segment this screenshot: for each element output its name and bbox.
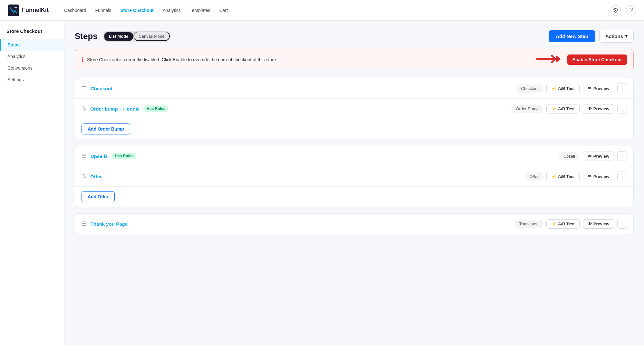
eye-icon-5: 👁 [588, 222, 592, 226]
order-bump-more-button[interactable]: ⋮ [617, 104, 627, 113]
sort-icon-offer: ⇅ [82, 173, 86, 180]
settings-icon[interactable]: ⚙ [610, 5, 621, 15]
actions-button[interactable]: Actions ▾ [599, 30, 634, 43]
has-rules-badge: Has Rules [143, 105, 168, 112]
upsells-row-right: Upsell 👁 Preview ⋮ [559, 151, 627, 161]
upsells-has-rules-badge: Has Rules [111, 153, 137, 159]
offer-preview-button[interactable]: 👁 Preview [583, 172, 614, 181]
checkout-step-card: ☰ Checkout Checkout ⚡ A/B Test 👁 Preview… [75, 78, 634, 139]
ab-icon-2: ⚡ [551, 106, 556, 111]
sidebar-item-conversions[interactable]: Conversions [0, 62, 64, 74]
thankyou-row-right: Thank you ⚡ A/B Test 👁 Preview ⋮ [514, 219, 627, 229]
logo-text: FunnelKit [22, 7, 49, 14]
order-bump-preview-button[interactable]: 👁 Preview [583, 104, 614, 113]
main-content: Steps List Mode Canvas Mode Add New Step… [64, 21, 644, 345]
add-new-step-button[interactable]: Add New Step [549, 30, 595, 42]
page-title: Steps [75, 31, 98, 41]
upsells-link[interactable]: Upsells [91, 153, 108, 159]
thankyou-row-name: ☰ Thank you Page [82, 220, 510, 227]
enable-store-checkout-button[interactable]: Enable Store Checkout [567, 54, 627, 65]
offer-type-badge: Offer [525, 172, 543, 181]
checkout-link[interactable]: Checkout [91, 86, 112, 91]
eye-icon-2: 👁 [588, 106, 592, 111]
thankyou-preview-button[interactable]: 👁 Preview [583, 219, 614, 229]
nav-store-checkout[interactable]: Store Checkout [120, 8, 153, 13]
topnav-right: ⚙ ? [610, 5, 636, 15]
checkout-row-right: Checkout ⚡ A/B Test 👁 Preview ⋮ [516, 84, 627, 93]
steps-header: Steps List Mode Canvas Mode Add New Step… [75, 30, 634, 43]
canvas-mode-button[interactable]: Canvas Mode [133, 32, 169, 41]
alert-icon: ℹ [82, 56, 84, 63]
ab-icon-3: ⚡ [551, 174, 556, 179]
checkout-preview-button[interactable]: 👁 Preview [583, 84, 614, 93]
alert-banner: ℹ Store Checkout is currently disabled. … [75, 49, 634, 70]
offer-row-name: ⇅ Offer [82, 173, 520, 180]
upsells-row-name: ☰ Upsells Has Rules [82, 153, 554, 160]
list-icon-upsells: ☰ [82, 153, 87, 160]
thankyou-row: ☰ Thank you Page Thank you ⚡ A/B Test 👁 … [75, 214, 633, 234]
upsells-type-badge: Upsell [559, 152, 580, 160]
upsells-step-card: ☰ Upsells Has Rules Upsell 👁 Preview ⋮ ⇅ [75, 146, 634, 207]
offer-ab-test-button[interactable]: ⚡ A/B Test [546, 172, 580, 181]
nav-analytics[interactable]: Analytics [163, 8, 181, 13]
ab-icon-4: ⚡ [551, 222, 556, 226]
sidebar-item-analytics[interactable]: Analytics [0, 51, 64, 62]
sidebar: Store Checkout Steps Analytics Conversio… [0, 21, 64, 345]
order-bump-row-name: ⇅ Order bump – Hoodie Has Rules [82, 105, 507, 112]
offer-row: ⇅ Offer Offer ⚡ A/B Test 👁 Preview ⋮ [75, 166, 633, 187]
list-mode-button[interactable]: List Mode [104, 32, 134, 41]
order-bump-row-right: Order Bump ⚡ A/B Test 👁 Preview ⋮ [511, 104, 627, 113]
alert-text: Store Checkout is currently disabled. Cl… [87, 57, 533, 62]
checkout-more-button[interactable]: ⋮ [617, 84, 627, 93]
order-bump-type-badge: Order Bump [511, 105, 543, 113]
sidebar-item-settings[interactable]: Settings [0, 74, 64, 85]
list-icon-thankyou: ☰ [82, 220, 87, 227]
chevron-down-icon: ▾ [625, 33, 628, 39]
svg-marker-1 [556, 55, 561, 63]
help-icon[interactable]: ? [626, 5, 636, 15]
checkout-row: ☰ Checkout Checkout ⚡ A/B Test 👁 Preview… [75, 78, 633, 99]
list-icon: ☰ [82, 85, 87, 92]
upsells-row: ☰ Upsells Has Rules Upsell 👁 Preview ⋮ [75, 146, 633, 166]
offer-more-button[interactable]: ⋮ [617, 172, 627, 181]
eye-icon: 👁 [588, 86, 592, 91]
arrow-icon [536, 54, 562, 65]
logo[interactable]: FunnelKit [8, 5, 49, 16]
checkout-ab-test-button[interactable]: ⚡ A/B Test [546, 84, 580, 93]
sidebar-item-steps[interactable]: Steps [0, 39, 64, 51]
checkout-type-badge: Checkout [516, 84, 543, 93]
eye-icon-4: 👁 [588, 174, 592, 179]
add-order-bump-row: Add Order Bump [75, 119, 633, 139]
checkout-row-name: ☰ Checkout [82, 85, 512, 92]
thankyou-step-card: ☰ Thank you Page Thank you ⚡ A/B Test 👁 … [75, 213, 634, 234]
sidebar-title: Store Checkout [0, 28, 64, 39]
mode-toggle: List Mode Canvas Mode [103, 31, 171, 42]
upsells-more-button[interactable]: ⋮ [617, 151, 627, 161]
order-bump-row: ⇅ Order bump – Hoodie Has Rules Order Bu… [75, 99, 633, 119]
order-bump-ab-test-button[interactable]: ⚡ A/B Test [546, 104, 580, 113]
nav-templates[interactable]: Templates [190, 8, 210, 13]
page-layout: Store Checkout Steps Analytics Conversio… [0, 21, 644, 345]
nav-funnels[interactable]: Funnels [95, 8, 111, 13]
ab-icon: ⚡ [551, 86, 556, 91]
offer-row-right: Offer ⚡ A/B Test 👁 Preview ⋮ [525, 172, 627, 181]
add-offer-row: Add Offer [75, 187, 633, 207]
upsells-preview-button[interactable]: 👁 Preview [583, 152, 614, 161]
svg-rect-0 [8, 5, 19, 16]
thankyou-type-badge: Thank you [514, 220, 543, 228]
top-navigation: FunnelKit Dashboard Funnels Store Checko… [0, 0, 644, 21]
thankyou-ab-test-button[interactable]: ⚡ A/B Test [546, 219, 580, 229]
thankyou-link[interactable]: Thank you Page [91, 221, 128, 227]
thankyou-more-button[interactable]: ⋮ [617, 219, 627, 229]
sort-icon: ⇅ [82, 105, 86, 112]
order-bump-link[interactable]: Order bump – Hoodie [90, 106, 139, 112]
nav-dashboard[interactable]: Dashboard [64, 8, 86, 13]
nav-cart[interactable]: Cart [219, 8, 228, 13]
add-order-bump-button[interactable]: Add Order Bump [82, 123, 130, 134]
steps-header-actions: Add New Step Actions ▾ [549, 30, 634, 43]
nav-links: Dashboard Funnels Store Checkout Analyti… [64, 8, 600, 13]
eye-icon-3: 👁 [588, 154, 592, 159]
offer-link[interactable]: Offer [90, 174, 102, 179]
add-offer-button[interactable]: Add Offer [82, 191, 115, 202]
